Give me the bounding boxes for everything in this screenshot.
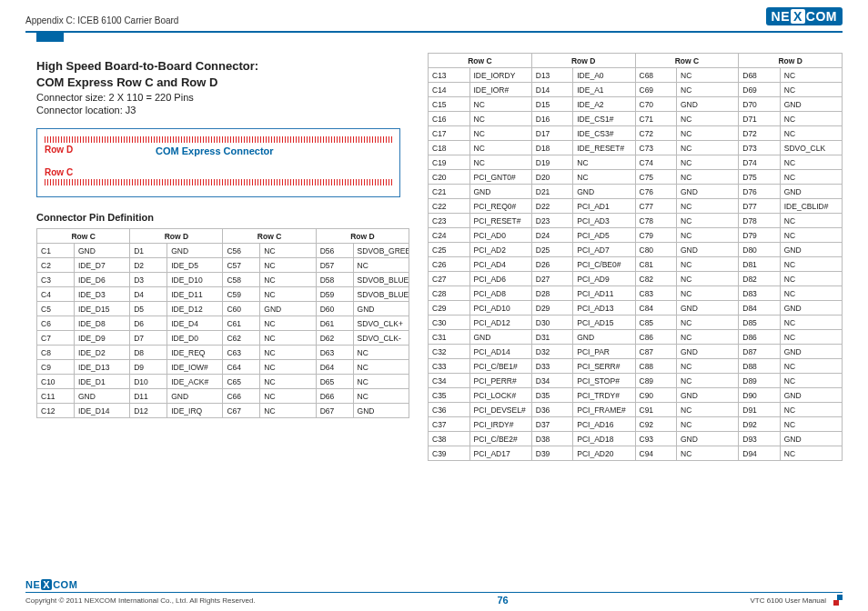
table-cell: IDE_D10: [167, 273, 223, 287]
table-cell: C22: [429, 199, 470, 214]
table-cell: NC: [677, 199, 739, 214]
table-cell: GND: [780, 301, 842, 316]
table-cell: D37: [531, 417, 573, 432]
table-cell: D36: [531, 403, 573, 417]
table-row: C21GNDD21GNDC76GNDD76GND: [429, 185, 843, 199]
table-cell: D79: [739, 228, 781, 243]
table-cell: C33: [429, 359, 470, 374]
table-cell: C66: [223, 389, 260, 404]
column-header: Row C: [223, 229, 316, 244]
table-cell: IDE_D9: [74, 331, 129, 346]
table-cell: C77: [635, 199, 677, 214]
table-cell: GND: [780, 388, 842, 403]
table-cell: NC: [260, 273, 316, 287]
manual-name: VTC 6100 User Manual: [750, 596, 826, 605]
table-cell: NC: [353, 375, 409, 389]
table-cell: C14: [429, 83, 470, 97]
table-cell: C80: [635, 243, 677, 257]
table-cell: NC: [780, 228, 842, 243]
table-cell: C4: [37, 287, 75, 302]
connector-size: Connector size: 2 X 110 = 220 Pins: [36, 92, 409, 103]
table-cell: D84: [739, 301, 781, 316]
table-cell: D10: [130, 375, 167, 389]
table-cell: C8: [37, 346, 75, 360]
table-cell: D15: [531, 97, 573, 112]
row-c-label: Row C: [45, 167, 392, 177]
table-row: C36PCI_DEVSEL#D36PCI_FRAME#C91NCD91NC: [429, 403, 843, 417]
table-cell: D70: [739, 97, 781, 112]
table-cell: NC: [780, 316, 842, 330]
table-cell: IDE_D4: [167, 316, 223, 331]
table-cell: C91: [635, 403, 677, 417]
table-cell: C38: [429, 432, 470, 446]
header-tab: [36, 33, 64, 42]
table-cell: C60: [223, 302, 260, 316]
table-cell: D31: [531, 330, 573, 345]
table-cell: PCI_REQ0#: [469, 199, 531, 214]
table-cell: D3: [130, 273, 167, 287]
table-cell: PCI_AD6: [469, 272, 531, 286]
table-cell: C84: [635, 301, 677, 316]
table-cell: D11: [130, 389, 167, 404]
footer-rule: [25, 592, 843, 594]
table-row: C8IDE_D2D8IDE_REQC63NCD63NC: [37, 346, 409, 360]
table-cell: D92: [739, 417, 781, 432]
table-row: C38PCI_C/BE2#D38PCI_AD18C93GNDD93GND: [429, 432, 843, 446]
table-cell: PCI_PERR#: [469, 374, 531, 388]
table-cell: C32: [429, 345, 470, 359]
table-row: C15NCD15IDE_A2C70GNDD70GND: [429, 97, 843, 112]
table-cell: D85: [739, 316, 781, 330]
table-cell: GND: [677, 97, 739, 112]
table-cell: NC: [677, 272, 739, 286]
table-cell: C27: [429, 272, 470, 286]
table-cell: NC: [780, 286, 842, 301]
table-cell: D39: [531, 446, 573, 461]
table-cell: D4: [130, 287, 167, 302]
table-cell: D56: [316, 244, 353, 258]
table-cell: D34: [531, 374, 573, 388]
table-cell: C83: [635, 286, 677, 301]
table-cell: C23: [429, 214, 470, 228]
table-row: C26PCI_AD4D26PCI_C/BE0#C81NCD81NC: [429, 257, 843, 272]
table-row: C3IDE_D6D3IDE_D10C58NCD58SDVOB_BLUE+: [37, 273, 409, 287]
table-row: C28PCI_AD8D28PCI_AD11C83NCD83NC: [429, 286, 843, 301]
table-cell: GND: [469, 330, 531, 345]
table-row: C16NCD16IDE_CS1#C71NCD71NC: [429, 112, 843, 126]
pin-row-top: [45, 136, 392, 143]
table-cell: GND: [677, 243, 739, 257]
table-cell: C65: [223, 375, 260, 389]
table-cell: NC: [677, 155, 739, 170]
column-header: Row D: [739, 54, 843, 68]
table-cell: C24: [429, 228, 470, 243]
table-cell: C3: [37, 273, 75, 287]
table-cell: SDVO_CLK: [780, 141, 842, 155]
table-cell: NC: [469, 155, 531, 170]
table-cell: C15: [429, 97, 470, 112]
table-cell: IDE_D8: [74, 316, 129, 331]
table-cell: GND: [677, 388, 739, 403]
table-cell: C35: [429, 388, 470, 403]
table-cell: D32: [531, 345, 573, 359]
logo-part-right: COM: [806, 9, 837, 24]
table-cell: IDE_D0: [167, 331, 223, 346]
table-row: C24PCI_AD0D24PCI_AD5C79NCD79NC: [429, 228, 843, 243]
table-cell: C89: [635, 374, 677, 388]
table-cell: D7: [130, 331, 167, 346]
table-row: C33PCI_C/BE1#D33PCI_SERR#C88NCD88NC: [429, 359, 843, 374]
pin-table-right: Row CRow DRow CRow D C13IDE_IORDYD13IDE_…: [428, 53, 843, 461]
table-cell: C2: [37, 258, 75, 273]
table-cell: C73: [635, 141, 677, 155]
table-row: C34PCI_PERR#D34PCI_STOP#C89NCD89NC: [429, 374, 843, 388]
table-cell: NC: [677, 126, 739, 141]
copyright-text: Copyright © 2011 NEXCOM International Co…: [25, 596, 256, 605]
table-cell: NC: [260, 375, 316, 389]
table-cell: C6: [37, 316, 75, 331]
table-cell: C94: [635, 446, 677, 461]
table-cell: NC: [677, 286, 739, 301]
table-cell: GND: [677, 185, 739, 199]
table-cell: D69: [739, 83, 781, 97]
table-cell: D89: [739, 374, 781, 388]
table-cell: D57: [316, 258, 353, 273]
table-cell: PCI_AD4: [469, 257, 531, 272]
heading-line-1: High Speed Board-to-Board Connector:: [36, 59, 258, 73]
